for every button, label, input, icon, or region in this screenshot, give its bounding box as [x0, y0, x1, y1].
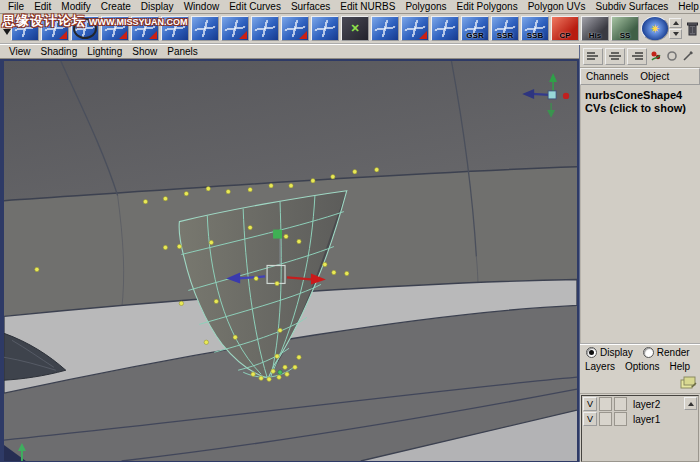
layer-visibility-button[interactable]: V	[583, 412, 597, 426]
menu-create[interactable]: Create	[96, 1, 136, 12]
maya-window: { "menubar": { "items": ["File","Edit","…	[0, 0, 700, 462]
shelf-his-button[interactable]: His	[581, 16, 609, 41]
radio-unselected-icon	[643, 347, 654, 358]
vp-menu-lighting[interactable]: Lighting	[82, 46, 127, 57]
menu-polygons[interactable]: Polygons	[400, 1, 451, 12]
shelf-surface-icon[interactable]	[161, 16, 189, 41]
shelf-tab-arrow-icon	[4, 22, 10, 26]
layer-name[interactable]: layer1	[629, 414, 660, 425]
shelf-ssb-button[interactable]: SSB	[521, 16, 549, 41]
shelf-gsr-button[interactable]: GSR	[461, 16, 489, 41]
menu-edit-curves[interactable]: Edit Curves	[224, 1, 286, 12]
display-radio-label: Display	[600, 347, 633, 358]
shelf-label: SSB	[522, 31, 548, 40]
hypergraph-icon[interactable]	[649, 49, 663, 63]
object-menu[interactable]: Object	[640, 71, 669, 82]
shelf-surface-icon[interactable]	[371, 16, 399, 41]
panel-toggle-icons	[649, 49, 697, 63]
shelf-star-icon[interactable]	[641, 16, 669, 41]
shelf-surface-icon[interactable]	[41, 16, 69, 41]
render-radio-label: Render	[657, 347, 690, 358]
channel-layout-icon[interactable]	[627, 48, 647, 65]
shelf-right-controls	[669, 18, 700, 39]
menu-window[interactable]: Window	[179, 1, 225, 12]
vp-menu-shading[interactable]: Shading	[36, 46, 83, 57]
help-menu[interactable]: Help	[669, 361, 690, 372]
shelf-ss-button[interactable]: SS	[611, 16, 639, 41]
channel-layout-icon[interactable]	[583, 48, 603, 65]
display-radio[interactable]: Display	[586, 347, 633, 358]
layer-row[interactable]: V layer2	[583, 397, 684, 411]
shelf-surface-icon[interactable]	[11, 16, 39, 41]
perspective-viewport-panel: View Shading Lighting Show Panels	[0, 45, 579, 462]
up-arrow-icon	[688, 402, 694, 406]
main-area: View Shading Lighting Show Panels	[0, 45, 700, 462]
menu-edit-nurbs[interactable]: Edit NURBS	[335, 1, 400, 12]
menu-modify[interactable]: Modify	[56, 1, 95, 12]
down-arrow-icon	[673, 32, 679, 36]
shelf-label: CP	[552, 31, 578, 40]
radio-selected-icon	[586, 347, 597, 358]
layer-editor: Display Render Layers Options Help	[580, 343, 700, 462]
pencil-icon[interactable]	[681, 49, 695, 63]
viewport-3d-scene[interactable]	[4, 61, 577, 461]
selected-cv-dot[interactable]	[278, 370, 282, 374]
shelf-tab-selector[interactable]	[3, 17, 11, 41]
shelf-label: SSR	[492, 31, 518, 40]
layer-color-box[interactable]	[614, 412, 627, 426]
vp-menu-panels[interactable]: Panels	[162, 46, 203, 57]
menu-display[interactable]: Display	[136, 1, 179, 12]
viewport-menubar: View Shading Lighting Show Panels	[0, 45, 579, 59]
shelf-cp-button[interactable]: CP	[551, 16, 579, 41]
create-layer-icon[interactable]	[679, 374, 697, 391]
menu-edit[interactable]: Edit	[29, 1, 56, 12]
layer-visibility-button[interactable]: V	[583, 397, 597, 411]
circle-toggle-icon[interactable]	[665, 49, 679, 63]
shelf-surface-icon[interactable]	[191, 16, 219, 41]
shelf-surface-icon[interactable]	[431, 16, 459, 41]
menu-file[interactable]: File	[3, 1, 29, 12]
viewport-3d-view[interactable]	[0, 59, 579, 462]
shelf-label: GSR	[462, 31, 488, 40]
shelf-surface-icon[interactable]	[221, 16, 249, 41]
options-menu[interactable]: Options	[625, 361, 659, 372]
layer-type-box[interactable]	[599, 412, 612, 426]
render-radio[interactable]: Render	[643, 347, 690, 358]
layer-type-box[interactable]	[599, 397, 612, 411]
channels-menu[interactable]: Channels	[586, 71, 628, 82]
shelf-surface-icon[interactable]	[101, 16, 129, 41]
selection-name[interactable]: nurbsConeShape4	[585, 89, 700, 102]
vp-menu-view[interactable]: View	[4, 46, 36, 57]
vp-menu-show[interactable]: Show	[127, 46, 162, 57]
spinner-down-button[interactable]	[669, 29, 682, 39]
shelf: 思缘设计论坛 WWW.MISSYUAN.COM GSR SSR SSB CP H…	[0, 14, 700, 45]
layer-editor-iconrow	[580, 373, 700, 394]
channel-layout-icon[interactable]	[605, 48, 625, 65]
shelf-surface-icon[interactable]	[401, 16, 429, 41]
spinner-up-button[interactable]	[669, 18, 682, 28]
shelf-delete-icon[interactable]	[341, 16, 369, 41]
trash-icon[interactable]	[686, 21, 699, 36]
layer-mode-radios: Display Render	[580, 345, 700, 360]
menu-edit-polygons[interactable]: Edit Polygons	[452, 1, 523, 12]
menu-help[interactable]: Help	[673, 1, 700, 12]
shelf-surface-icon[interactable]	[311, 16, 339, 41]
channel-box-menubar: Channels Object	[580, 68, 700, 85]
manipulator-y-handle[interactable]	[273, 230, 282, 239]
shelf-surface-icon[interactable]	[281, 16, 309, 41]
layers-menu[interactable]: Layers	[585, 361, 615, 372]
menu-polygon-uvs[interactable]: Polygon UVs	[523, 1, 591, 12]
shelf-loft-icon[interactable]	[131, 16, 159, 41]
shelf-revolve-icon[interactable]	[71, 16, 99, 41]
shelf-ssr-button[interactable]: SSR	[491, 16, 519, 41]
shelf-buttons: GSR SSR SSB CP His SS	[11, 16, 669, 41]
shelf-surface-icon[interactable]	[251, 16, 279, 41]
main-menubar: File Edit Modify Create Display Window E…	[0, 0, 700, 14]
menu-surfaces[interactable]: Surfaces	[286, 1, 335, 12]
layer-color-box[interactable]	[614, 397, 627, 411]
menu-subdiv-surfaces[interactable]: Subdiv Surfaces	[590, 1, 673, 12]
cvs-expand-link[interactable]: CVs (click to show)	[585, 102, 700, 115]
layer-list-scroll-up-button[interactable]	[684, 397, 697, 410]
layer-name[interactable]: layer2	[629, 399, 660, 410]
layer-row[interactable]: V layer1	[583, 412, 684, 426]
